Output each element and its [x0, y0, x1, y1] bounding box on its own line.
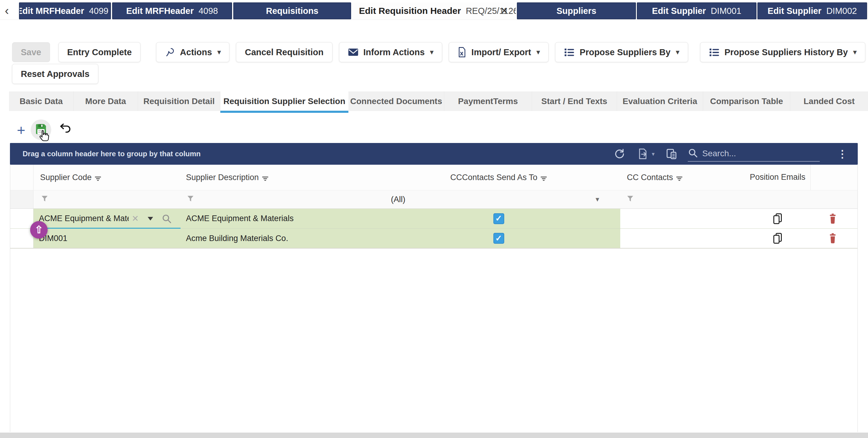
supplier-code-cell[interactable]: DIM001: [33, 229, 181, 248]
column-filter-icon[interactable]: [676, 174, 683, 183]
copy-icon[interactable]: [772, 213, 783, 225]
entry-complete-button[interactable]: Entry Complete: [59, 42, 141, 62]
column-filter-icon[interactable]: [262, 174, 269, 183]
delete-row-icon[interactable]: [828, 213, 837, 224]
tab-requisition-detail[interactable]: Requisition Detail: [138, 91, 220, 111]
copy-icon[interactable]: [772, 232, 783, 244]
window-tab-edit-supplier-dim002[interactable]: Edit Supplier DIM002: [757, 2, 867, 19]
group-by-hint: Drag a column header here to group by th…: [23, 150, 201, 158]
reset-approvals-button[interactable]: Reset Approvals: [12, 64, 98, 84]
window-tab-label: Edit MRFHeader: [19, 6, 84, 16]
window-tab-requisitions[interactable]: Requisitions: [233, 2, 351, 19]
chevron-down-icon[interactable]: ▼: [594, 196, 600, 203]
header-supplier-code[interactable]: Supplier Code: [33, 165, 181, 190]
lookup-search-icon[interactable]: [161, 213, 172, 224]
grid-table: Supplier Code Supplier Description CCCon…: [10, 165, 858, 432]
clear-value-icon[interactable]: ✕: [132, 213, 138, 224]
funnel-filter-icon[interactable]: [41, 195, 49, 204]
propose-suppliers-history-by-dropdown-button[interactable]: Propose Suppliers History By ▾: [700, 42, 865, 62]
column-filter-icon[interactable]: [540, 174, 547, 183]
tab-evaluation-criteria[interactable]: Evaluation Criteria: [617, 91, 703, 111]
search-input[interactable]: [702, 149, 811, 158]
window-tab-label: Edit Supplier: [768, 6, 822, 16]
tab-paymentterms[interactable]: PaymentTerms: [444, 91, 532, 111]
row-handle-header-cell: [10, 165, 33, 190]
tab-start-end-texts[interactable]: Start / End Texts: [532, 91, 617, 111]
header-supplier-description[interactable]: Supplier Description: [181, 165, 377, 190]
reset-approvals-label: Reset Approvals: [21, 69, 90, 79]
propose-suppliers-by-dropdown-button[interactable]: Propose Suppliers By ▾: [555, 42, 688, 62]
grid-group-bar[interactable]: Drag a column header here to group by th…: [10, 143, 858, 165]
window-tab-suppliers[interactable]: Suppliers: [517, 2, 636, 19]
annotation-pointer-badge[interactable]: ⇧: [30, 221, 48, 239]
checkbox-checked[interactable]: ✓: [493, 213, 504, 224]
column-chooser-icon[interactable]: [665, 148, 678, 160]
column-title: CC Contacts: [627, 173, 673, 182]
column-title: Supplier Description: [186, 173, 259, 182]
entry-complete-label: Entry Complete: [67, 47, 132, 57]
window-tab-edit-requisition-header-active[interactable]: Edit Requisition Header REQ/25/11265 ✕: [352, 2, 516, 19]
export-icon[interactable]: ▾: [637, 148, 655, 160]
table-row[interactable]: DIM001 Acme Building Materials Co. ✓: [10, 229, 858, 249]
column-filter-icon[interactable]: [95, 174, 101, 183]
filter-supplier-description[interactable]: [181, 191, 377, 208]
checkbox-checked[interactable]: ✓: [493, 233, 504, 244]
tab-more-data[interactable]: More Data: [73, 91, 138, 111]
funnel-filter-icon[interactable]: [626, 195, 634, 204]
refresh-icon[interactable]: [614, 148, 625, 159]
filter-supplier-code[interactable]: [33, 191, 181, 208]
add-row-icon[interactable]: +: [17, 121, 25, 139]
header-actions-cell: [810, 165, 855, 190]
tab-label: PaymentTerms: [458, 96, 518, 106]
window-tab-label: Edit MRFHeader: [126, 6, 194, 16]
close-tab-icon[interactable]: ✕: [501, 5, 508, 16]
cc-contacts-cell[interactable]: [620, 229, 745, 248]
filter-select-value: (All): [391, 195, 405, 204]
filter-cccontacts-send-as-to-select[interactable]: (All) ▼: [377, 191, 620, 208]
table-row[interactable]: ACME Equipment & Materials ✕ ACME Equipm…: [10, 209, 858, 229]
import-export-dropdown-button[interactable]: Import/ Export ▾: [449, 42, 549, 62]
tab-connected-documents[interactable]: Connected Documents: [348, 91, 444, 111]
back-chevron-icon[interactable]: ‹: [5, 5, 9, 16]
tab-requisition-supplier-selection[interactable]: Requisition Supplier Selection: [220, 91, 348, 111]
window-tab-mrfheader-4099[interactable]: Edit MRFHeader 4099: [19, 2, 111, 19]
delete-row-icon[interactable]: [828, 233, 837, 244]
position-emails-cell: [745, 209, 810, 228]
header-cc-contacts[interactable]: CC Contacts: [620, 165, 745, 190]
cc-contacts-cell[interactable]: [620, 209, 745, 228]
main-toolbar: Save Entry Complete Actions ▾ Cancel Req…: [12, 42, 868, 62]
column-title: CCContacts Send As To: [450, 173, 537, 182]
kebab-menu-icon[interactable]: ⋮: [837, 148, 847, 160]
import-export-label: Import/ Export: [471, 47, 531, 57]
inform-actions-dropdown-button[interactable]: Inform Actions ▾: [339, 42, 442, 62]
tab-landed-cost[interactable]: Landed Cost: [790, 91, 868, 111]
actions-dropdown-button[interactable]: Actions ▾: [156, 42, 229, 62]
undo-icon[interactable]: [59, 124, 71, 136]
row-handle-cell: [10, 209, 33, 228]
tab-comparison-table[interactable]: Comparison Table: [703, 91, 790, 111]
filter-cc-contacts[interactable]: [620, 191, 745, 208]
window-tab-edit-supplier-dim001[interactable]: Edit Supplier DIM001: [637, 2, 756, 19]
window-tab-value: 4098: [198, 6, 218, 16]
check-icon: ✓: [495, 214, 502, 223]
tab-label: More Data: [85, 96, 126, 106]
grid-search: [688, 146, 820, 162]
funnel-filter-icon[interactable]: [187, 195, 194, 204]
header-cccontacts-send-as-to[interactable]: CCContacts Send As To: [377, 165, 620, 190]
cancel-requisition-button[interactable]: Cancel Requisition: [236, 42, 332, 62]
window-tab-value: DIM002: [827, 6, 857, 16]
chevron-down-icon: ▾: [536, 48, 540, 56]
supplier-code-editor-cell[interactable]: ACME Equipment & Materials ✕: [33, 209, 181, 228]
row-actions-cell: [810, 229, 855, 248]
chevron-down-icon: ▾: [652, 150, 655, 157]
window-tab-label: Suppliers: [556, 6, 596, 16]
tab-basic-data[interactable]: Basic Data: [9, 91, 73, 111]
header-position-emails[interactable]: Position Emails: [745, 165, 810, 190]
window-tab-mrfheader-4098[interactable]: Edit MRFHeader 4098: [112, 2, 232, 19]
supplier-code-editor-value[interactable]: ACME Equipment & Materials: [39, 214, 129, 223]
envelope-icon: [348, 48, 359, 57]
chevron-down-icon[interactable]: [148, 217, 153, 221]
tab-label: Landed Cost: [804, 96, 855, 106]
window-tab-label: Edit Supplier: [652, 6, 706, 16]
save-button[interactable]: Save: [12, 42, 50, 62]
